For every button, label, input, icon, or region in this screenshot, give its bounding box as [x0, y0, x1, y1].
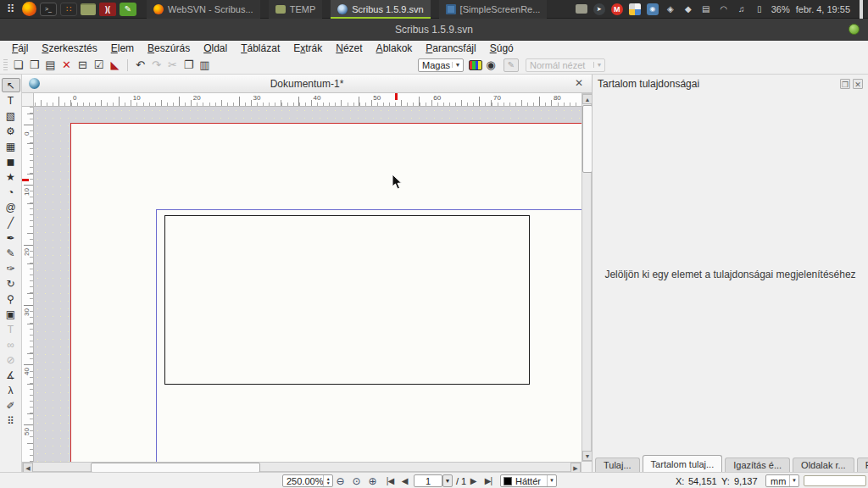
last-page-button[interactable]: ▶|	[481, 474, 495, 487]
files-icon[interactable]	[576, 4, 587, 14]
insert-line-tool[interactable]: ╱	[2, 215, 20, 230]
keyboard-layout-icon[interactable]	[629, 3, 641, 15]
menu-page[interactable]: Oldal	[197, 42, 234, 55]
show-desktop-button[interactable]	[860, 0, 863, 19]
select-item-tool[interactable]: ↖	[2, 78, 20, 92]
document-close-icon[interactable]: ✕	[573, 77, 585, 89]
edit-in-preview-button[interactable]: ✎	[504, 58, 519, 72]
menu-edit[interactable]: Szerkesztés	[35, 42, 103, 55]
media-app-icon[interactable]: )(	[99, 3, 116, 16]
zoom-out-button[interactable]: ⊖	[333, 474, 348, 487]
float-panel-icon[interactable]: ❐	[840, 79, 850, 89]
gmail-icon[interactable]: M	[611, 3, 623, 15]
vertical-ruler[interactable]: 01020304050	[22, 107, 34, 462]
file-manager-icon[interactable]	[81, 3, 96, 15]
rotate-item-tool[interactable]: ↻	[2, 276, 20, 291]
story-editor-tool[interactable]: T	[2, 322, 20, 336]
calculator-icon[interactable]: ∷	[60, 3, 77, 16]
firefox-icon[interactable]	[22, 2, 36, 16]
page[interactable]	[70, 123, 581, 462]
horizontal-scrollbar[interactable]: ◀ ▶	[22, 462, 581, 472]
insert-render-frame-tool[interactable]: ⚙	[2, 124, 20, 138]
messenger-icon[interactable]: ➤	[593, 3, 605, 15]
preview-quality-select[interactable]: Magas ▼	[418, 58, 464, 72]
menu-extras[interactable]: Extrák	[287, 42, 329, 55]
menu-windows[interactable]: Ablakok	[370, 42, 420, 55]
new-document-button[interactable]: ❏	[10, 58, 26, 73]
spinner-icon[interactable]: ▲▼	[323, 475, 332, 486]
zoom-spinbox[interactable]: 250.00% ▲▼	[282, 474, 333, 487]
insert-polygon-tool[interactable]: ★	[2, 169, 20, 184]
panel-header[interactable]: Tartalom tulajdonságai ❐ ✕	[593, 75, 868, 93]
first-page-button[interactable]: |◀	[383, 474, 397, 487]
open-document-button[interactable]: ❒	[26, 58, 42, 73]
preview-mode-button[interactable]: ◉	[483, 58, 498, 73]
save-document-button[interactable]: ▤	[42, 58, 58, 73]
document-canvas[interactable]	[34, 107, 581, 462]
close-panel-icon[interactable]: ✕	[853, 79, 863, 89]
copy-button[interactable]: ❐	[181, 58, 197, 73]
visual-appearance-select[interactable]: Normál nézet ▼	[526, 58, 605, 72]
unit-select[interactable]: mm ▼	[765, 474, 799, 487]
next-page-button[interactable]: ▶	[467, 474, 479, 487]
preflight-verifier-button[interactable]: ☑	[91, 58, 107, 73]
network-icon[interactable]: ◠	[718, 3, 730, 15]
taskbar-window-temp[interactable]: TEMP	[269, 0, 323, 19]
color-management-button[interactable]	[468, 58, 483, 73]
document-titlebar[interactable]: Dokumentum-1* ✕	[22, 75, 592, 93]
notifications-icon[interactable]: ◆	[682, 3, 694, 15]
cut-button[interactable]: ✂	[164, 58, 181, 73]
link-text-frames-tool[interactable]: ∞	[2, 337, 20, 352]
redo-button[interactable]: ↷	[148, 58, 164, 73]
terminal-icon[interactable]: >_	[40, 3, 57, 16]
insert-freehand-line-tool[interactable]: ✎	[2, 246, 20, 260]
clock[interactable]: febr. 4, 19:55	[796, 4, 850, 14]
panel-tab-resources[interactable]: R...	[857, 458, 868, 472]
unlink-text-frames-tool[interactable]: ⊘	[2, 352, 20, 367]
panel-tab-properties[interactable]: Tulaj...	[595, 458, 640, 472]
insert-arc-tool[interactable]: ◔	[2, 185, 20, 199]
window-menu-button[interactable]	[849, 24, 860, 35]
panel-tab-arrange-pages[interactable]: Oldalak r...	[793, 458, 854, 472]
paste-button[interactable]: ▥	[197, 58, 213, 73]
menu-item[interactable]: Elem	[104, 42, 141, 55]
toolbar-handle[interactable]	[3, 59, 8, 71]
insert-shape-tool[interactable]: ◼	[2, 154, 20, 169]
taskbar-window-scribus[interactable]: Scribus 1.5.9.svn	[331, 0, 430, 19]
menu-script[interactable]: Parancsfájl	[419, 42, 482, 55]
export-pdf-button[interactable]: ◣	[107, 58, 123, 73]
previous-page-button[interactable]: ◀	[398, 474, 410, 487]
page-spin-button[interactable]: ▼	[442, 474, 453, 487]
measurements-tool[interactable]: ∡	[2, 368, 20, 382]
text-editor-icon[interactable]: ✎	[120, 3, 136, 16]
menu-help[interactable]: Súgó	[483, 42, 520, 55]
insert-text-frame-tool[interactable]: T	[2, 93, 20, 108]
print-document-button[interactable]: ⊟	[75, 58, 91, 73]
insert-spiral-tool[interactable]: @	[2, 200, 20, 214]
rectangle-item-frame[interactable]	[164, 215, 530, 385]
chevron-down-icon[interactable]: ▼	[547, 475, 556, 486]
chevron-down-icon[interactable]: ▼	[789, 475, 798, 486]
close-document-button[interactable]: ✕	[58, 58, 75, 73]
screenshot-tool-icon[interactable]: ◉	[647, 3, 659, 15]
zoom-100-button[interactable]: ⊙	[349, 474, 364, 487]
zoom-tool-tool[interactable]: ⚲	[2, 291, 20, 306]
sound-icon[interactable]: ♫	[736, 3, 748, 15]
insert-calligraphic-line-tool[interactable]: ✑	[2, 261, 20, 275]
zoom-in-button[interactable]: ⊕	[365, 474, 380, 487]
pdf-tools-tool[interactable]: ⠿	[2, 413, 20, 428]
updates-icon[interactable]: ▤	[700, 3, 712, 15]
taskbar-window-screen-recorder[interactable]: [SimpleScreenRe...	[439, 0, 548, 19]
taskbar-window-websvn[interactable]: WebSVN - Scribus...	[147, 0, 260, 19]
insert-image-frame-tool[interactable]: ▧	[2, 108, 20, 123]
page-number-spinbox[interactable]: 1	[414, 474, 442, 487]
ruler-origin-corner[interactable]	[22, 93, 34, 107]
menu-table[interactable]: Táblázat	[234, 42, 287, 55]
copy-item-properties-tool[interactable]: λ	[2, 383, 20, 397]
insert-table-tool[interactable]: ▦	[2, 139, 20, 153]
menu-view[interactable]: Nézet	[329, 42, 369, 55]
eye-dropper-tool[interactable]: ✐	[2, 398, 20, 413]
menu-file[interactable]: Fájl	[5, 42, 35, 55]
layer-select[interactable]: Háttér ▼	[500, 474, 557, 487]
vertical-scrollbar[interactable]: ▲ ▼	[581, 93, 592, 462]
